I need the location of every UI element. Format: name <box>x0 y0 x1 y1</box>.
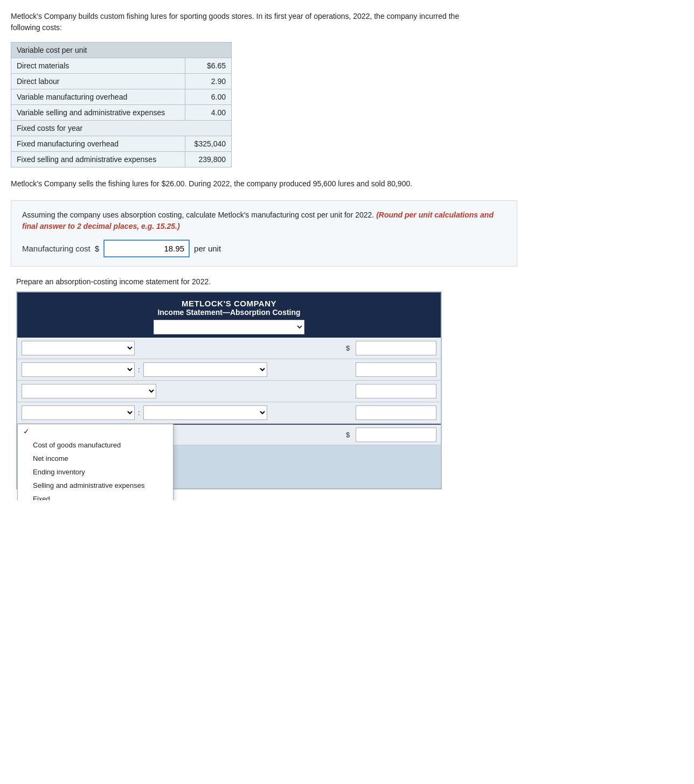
row3-input[interactable] <box>356 384 436 398</box>
dropdown-item-net-income[interactable]: Net income <box>18 452 173 465</box>
row2-colon: : <box>138 366 140 374</box>
intro-text: Metlock's Company builds custom fishing … <box>11 11 474 33</box>
question-block: Assuming the company uses absorption cos… <box>11 200 517 267</box>
manuf-cost-label: Manufacturing cost <box>22 244 91 253</box>
year-select-row: For the Year Ended December 31, 2022 <box>23 320 435 334</box>
row3-amount-field[interactable] <box>356 384 436 398</box>
direct-labour-value: 2.90 <box>185 74 231 89</box>
row4-label-dropdown[interactable]: Cost of goods sold Gross profit <box>22 405 135 420</box>
row4-colon: : <box>138 409 140 417</box>
prepare-text: Prepare an absorption-costing income sta… <box>16 277 683 286</box>
row4-sub-select[interactable]: Selling and administrative expenses Fixe… <box>143 405 267 420</box>
direct-materials-label: Direct materials <box>11 58 185 74</box>
row4-label-select[interactable]: Cost of goods sold Gross profit <box>22 405 135 420</box>
row1-dollar: $ <box>346 344 352 352</box>
row2-label-dropdown[interactable]: Cost of goods manufactured Beginning inv… <box>22 362 135 377</box>
dollar-sign-manuf: $ <box>95 244 99 253</box>
row2-amount-field[interactable] <box>356 362 436 377</box>
question-main: Assuming the company uses absorption cos… <box>22 211 374 219</box>
dropdown-item-ending-inv[interactable]: Ending inventory <box>18 465 173 479</box>
company-name: METLOCK'S COMPANY <box>23 299 435 308</box>
question-text: Assuming the company uses absorption cos… <box>22 209 506 232</box>
sales-text: Metlock's Company sells the fishing lure… <box>11 178 474 190</box>
fixed-selling-label: Fixed selling and administrative expense… <box>11 152 185 167</box>
fixed-mfg-overhead-value: $325,040 <box>185 136 231 152</box>
row2-sub-dropdown[interactable]: Cost of goods manufactured Beginning inv… <box>143 362 267 377</box>
fixed-mfg-overhead-label: Fixed manufacturing overhead <box>11 136 185 152</box>
row4-amount-field[interactable] <box>356 405 436 420</box>
row1-input[interactable] <box>356 341 436 355</box>
variable-cost-header: Variable cost per unit <box>11 43 232 58</box>
open-dropdown-overlay: ✓ Cost of goods manufactured Net income … <box>17 424 174 500</box>
row1-amount-field[interactable] <box>356 341 436 355</box>
variable-mfg-overhead-value: 6.00 <box>185 89 231 105</box>
fixed-selling-value: 239,800 <box>185 152 231 167</box>
fixed-costs-header: Fixed costs for year <box>11 121 232 136</box>
income-row-2: Cost of goods manufactured Beginning inv… <box>17 359 441 381</box>
income-statement-card: METLOCK'S COMPANY Income Statement—Absor… <box>16 291 442 489</box>
dropdown-item-selling[interactable]: Selling and administrative expenses <box>18 479 173 492</box>
row2-label-select[interactable]: Cost of goods manufactured Beginning inv… <box>22 362 135 377</box>
income-header: METLOCK'S COMPANY Income Statement—Absor… <box>17 292 441 338</box>
variable-selling-value: 4.00 <box>185 105 231 121</box>
direct-labour-label: Direct labour <box>11 74 185 89</box>
row4-sub-dropdown[interactable]: Selling and administrative expenses Fixe… <box>143 405 267 420</box>
row1-label-select[interactable]: Sales Cost of goods sold Gross profit Ne… <box>22 341 135 355</box>
dropdown-item-cogm[interactable]: Cost of goods manufactured <box>18 438 173 452</box>
year-select[interactable]: For the Year Ended December 31, 2022 <box>154 320 304 334</box>
dropdown-check-item: ✓ <box>18 424 173 438</box>
row5-amount-field[interactable] <box>356 428 436 442</box>
variable-mfg-overhead-label: Variable manufacturing overhead <box>11 89 185 105</box>
check-icon: ✓ <box>23 427 30 436</box>
row3-label-select[interactable]: Ending inventory Beginning inventory Cos… <box>22 384 156 398</box>
direct-materials-value: $6.65 <box>185 58 231 74</box>
row2-sub-select[interactable]: Cost of goods manufactured Beginning inv… <box>143 362 267 377</box>
income-row-4: Cost of goods sold Gross profit : Sellin… <box>17 402 441 424</box>
row2-input[interactable] <box>356 362 436 377</box>
row4-input[interactable] <box>356 405 436 420</box>
manuf-cost-row: Manufacturing cost $ per unit <box>22 240 506 257</box>
cost-table: Variable cost per unit Direct materials … <box>11 42 232 167</box>
income-row-3: Ending inventory Beginning inventory Cos… <box>17 381 441 402</box>
variable-selling-label: Variable selling and administrative expe… <box>11 105 185 121</box>
per-unit-label: per unit <box>194 244 221 253</box>
manuf-cost-input[interactable] <box>103 240 190 257</box>
row5-input[interactable] <box>356 428 436 442</box>
dropdown-item-fixed[interactable]: Fixed <box>18 492 173 500</box>
income-row-1: Sales Cost of goods sold Gross profit Ne… <box>17 338 441 359</box>
row1-label-dropdown[interactable]: Sales Cost of goods sold Gross profit Ne… <box>22 341 135 355</box>
statement-title: Income Statement—Absorption Costing <box>23 308 435 317</box>
row3-label-dropdown[interactable]: Ending inventory Beginning inventory Cos… <box>22 384 156 398</box>
row5-dollar: $ <box>346 431 352 439</box>
income-body: Sales Cost of goods sold Gross profit Ne… <box>17 338 441 488</box>
